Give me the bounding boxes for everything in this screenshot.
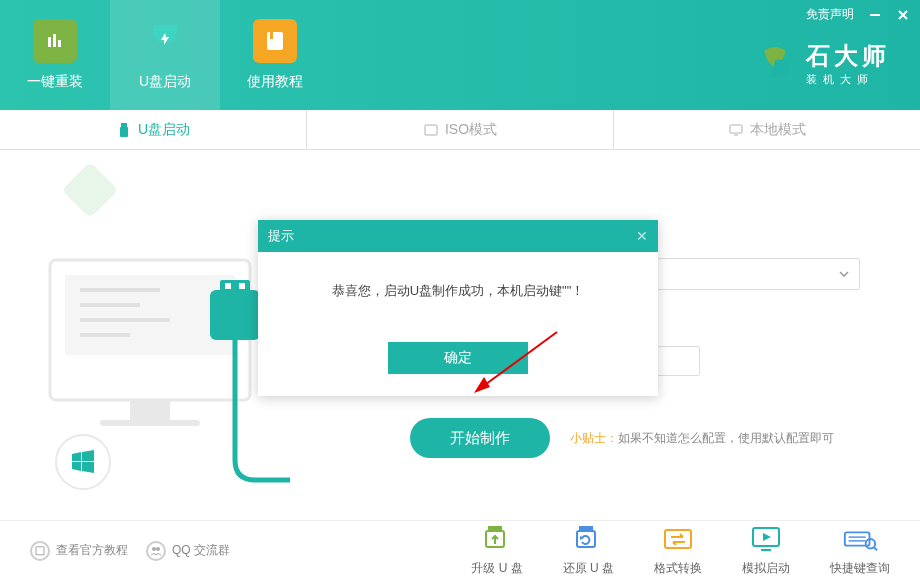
mode-tabs: U盘启动 ISO模式 本地模式	[0, 110, 920, 150]
modal-message: 恭喜您，启动U盘制作成功，本机启动键""！	[258, 252, 658, 330]
svg-rect-5	[58, 40, 61, 47]
nav-usb-boot[interactable]: U盘启动	[110, 0, 220, 110]
app-header: 免责声明 一键重装 U盘启动 使用教程 石大师 装机大师	[0, 0, 920, 110]
simulate-boot-icon	[748, 524, 784, 554]
format-convert-icon	[660, 524, 696, 554]
brand-subtitle: 装机大师	[806, 72, 890, 87]
action-restore-usb[interactable]: 还原 U 盘	[563, 524, 614, 577]
svg-rect-24	[239, 283, 245, 289]
svg-marker-37	[763, 533, 771, 541]
svg-rect-3	[48, 37, 51, 47]
action-label: 快捷键查询	[830, 560, 890, 577]
link-label: 查看官方教程	[56, 542, 128, 559]
action-label: 模拟启动	[742, 560, 790, 577]
tab-label: 本地模式	[750, 121, 806, 139]
svg-rect-4	[53, 34, 56, 47]
nav-label: U盘启动	[139, 73, 191, 91]
windows-icon	[55, 434, 111, 490]
nav-label: 一键重装	[27, 73, 83, 91]
svg-point-28	[156, 547, 160, 551]
tab-local-mode[interactable]: 本地模式	[614, 110, 920, 149]
start-make-button[interactable]: 开始制作	[410, 418, 550, 458]
footer-links: 查看官方教程 QQ 交流群	[30, 541, 230, 561]
iso-icon	[423, 122, 439, 138]
chevron-down-icon	[839, 271, 849, 277]
svg-rect-8	[121, 123, 127, 127]
modal-title: 提示	[268, 227, 294, 245]
footer-actions: 升级 U 盘 还原 U 盘 格式转换 模拟启动 快捷键查询	[471, 524, 890, 577]
minimize-button[interactable]	[868, 8, 882, 22]
nav-reinstall[interactable]: 一键重装	[0, 0, 110, 110]
svg-rect-9	[120, 127, 128, 137]
svg-rect-20	[100, 420, 200, 426]
qq-group-link[interactable]: QQ 交流群	[146, 541, 230, 561]
svg-rect-19	[130, 400, 170, 420]
book-icon	[30, 541, 50, 561]
svg-rect-6	[267, 32, 283, 50]
usb-boot-icon	[143, 19, 187, 63]
svg-rect-23	[225, 283, 231, 289]
disclaimer-link[interactable]: 免责声明	[806, 6, 854, 23]
svg-rect-11	[730, 125, 742, 133]
monitor-icon	[728, 122, 744, 138]
action-hotkey-query[interactable]: 快捷键查询	[830, 524, 890, 577]
modal-footer: 确定	[258, 330, 658, 396]
modal-header: 提示 ✕	[258, 220, 658, 252]
modal-close-button[interactable]: ✕	[636, 228, 648, 244]
action-upgrade-usb[interactable]: 升级 U 盘	[471, 524, 522, 577]
success-modal: 提示 ✕ 恭喜您，启动U盘制作成功，本机启动键""！ 确定	[258, 220, 658, 396]
config-dropdown[interactable]	[630, 258, 860, 290]
tutorial-icon	[253, 19, 297, 63]
close-button[interactable]	[896, 8, 910, 22]
svg-rect-7	[270, 32, 273, 39]
tab-usb-boot[interactable]: U盘启动	[0, 110, 307, 149]
hotkey-query-icon	[842, 524, 878, 554]
tip-label: 小贴士：	[570, 431, 618, 445]
action-label: 格式转换	[654, 560, 702, 577]
tip-text: 小贴士：如果不知道怎么配置，使用默认配置即可	[570, 430, 834, 447]
action-label: 还原 U 盘	[563, 560, 614, 577]
svg-rect-34	[665, 530, 691, 548]
official-tutorial-link[interactable]: 查看官方教程	[30, 541, 128, 561]
top-links: 免责声明	[806, 6, 910, 23]
tab-label: ISO模式	[445, 121, 497, 139]
tip-content: 如果不知道怎么配置，使用默认配置即可	[618, 431, 834, 445]
svg-rect-10	[425, 125, 437, 135]
link-label: QQ 交流群	[172, 542, 230, 559]
brand-title: 石大师	[806, 40, 890, 72]
footer: 查看官方教程 QQ 交流群 升级 U 盘 还原 U 盘 格式转换	[0, 520, 920, 580]
modal-ok-button[interactable]: 确定	[388, 342, 528, 374]
svg-rect-21	[210, 290, 260, 340]
nav-tutorial[interactable]: 使用教程	[220, 0, 330, 110]
action-format-convert[interactable]: 格式转换	[654, 524, 702, 577]
svg-line-42	[874, 548, 877, 551]
usb-icon	[116, 122, 132, 138]
upgrade-usb-icon	[479, 524, 515, 554]
brand: 石大师 装机大师	[754, 40, 890, 87]
content-area: 开始制作 小贴士：如果不知道怎么配置，使用默认配置即可 提示 ✕ 恭喜您，启动U…	[0, 150, 920, 520]
tab-iso-mode[interactable]: ISO模式	[307, 110, 614, 149]
nav-label: 使用教程	[247, 73, 303, 91]
svg-point-27	[152, 547, 156, 551]
brand-logo-icon	[754, 43, 796, 85]
action-label: 升级 U 盘	[471, 560, 522, 577]
restore-usb-icon	[570, 524, 606, 554]
reinstall-icon	[33, 19, 77, 63]
action-simulate-boot[interactable]: 模拟启动	[742, 524, 790, 577]
svg-rect-22	[220, 280, 250, 294]
people-icon	[146, 541, 166, 561]
tab-label: U盘启动	[138, 121, 190, 139]
